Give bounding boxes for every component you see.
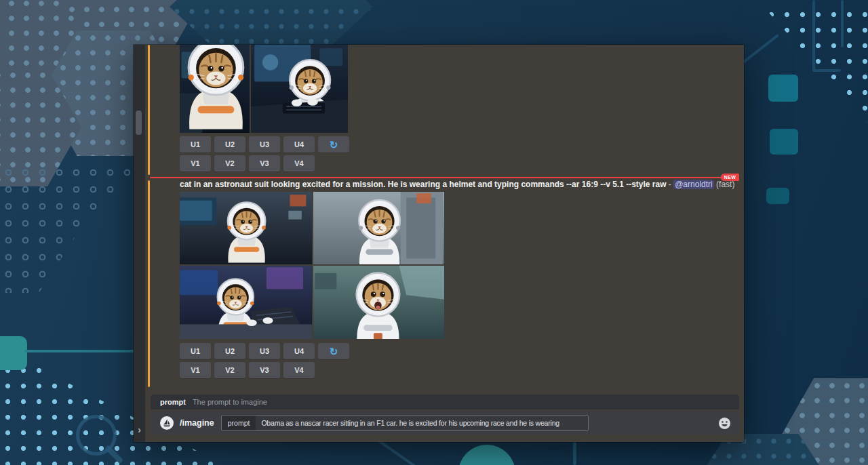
dot-pattern-topright (764, 7, 868, 123)
option-name: prompt (160, 398, 186, 406)
circuit-line (812, 69, 841, 72)
u3-button[interactable]: U3 (249, 136, 280, 153)
message1-upscale-row: U1 U2 U3 U4 ↻ (180, 136, 349, 153)
u4-button[interactable]: U4 (283, 136, 315, 153)
v1-button[interactable]: V1 (180, 362, 211, 378)
ring-dot-pattern (0, 164, 139, 293)
v4-button[interactable]: V4 (283, 362, 315, 378)
generated-image-closeup-cat[interactable] (180, 45, 250, 133)
message2-upscale-row: U1 U2 U3 U4 ↻ (180, 343, 349, 359)
generated-image-3[interactable] (180, 266, 312, 339)
reroll-button[interactable]: ↻ (318, 136, 349, 153)
prompt-param-label: prompt (222, 416, 256, 430)
imagine-command-label: /imagine (180, 418, 214, 428)
generated-image-cockpit-cat[interactable] (251, 45, 348, 133)
speed-mode-label: (fast) (714, 180, 735, 189)
reroll-icon: ↻ (330, 140, 338, 150)
circuit-line (378, 439, 426, 465)
user-mention[interactable]: @arnoldtri (673, 180, 714, 189)
u2-button[interactable]: U2 (214, 343, 245, 359)
teal-blob (458, 445, 515, 465)
message2-variation-row: V1 V2 V3 V4 (180, 362, 315, 378)
slash-option-popup[interactable]: prompt The prompt to imagine (151, 395, 739, 409)
u4-button[interactable]: U4 (283, 343, 315, 359)
circuit-line (573, 442, 576, 465)
u2-button[interactable]: U2 (214, 136, 245, 153)
v3-button[interactable]: V3 (249, 362, 280, 378)
emoji-picker-button[interactable] (718, 417, 731, 430)
u3-button[interactable]: U3 (249, 343, 280, 359)
discord-window: › U1 U2 U3 U4 ↻ V1 V2 (134, 45, 744, 442)
reroll-icon: ↻ (330, 346, 338, 357)
prompt-input-value[interactable]: Obama as a nascar racer sitting in an F1… (256, 419, 564, 427)
message-input-bar[interactable]: /imagine prompt Obama as a nascar racer … (151, 411, 739, 434)
circuit-line (743, 34, 779, 64)
prompt-input[interactable]: prompt Obama as a nascar racer sitting i… (221, 415, 589, 431)
unread-divider-line (150, 177, 722, 178)
generated-image-2[interactable] (313, 192, 444, 264)
collapsed-sidebar-rail: › (134, 45, 145, 442)
mention-highlight-bar (148, 45, 150, 175)
v4-button[interactable]: V4 (283, 155, 315, 171)
sailboat-icon (162, 418, 172, 428)
u1-button[interactable]: U1 (180, 343, 211, 359)
generated-image-1[interactable] (180, 192, 312, 264)
scrollbar-thumb[interactable] (136, 110, 142, 135)
circuit-line (812, 0, 815, 71)
generated-image-4[interactable] (313, 266, 444, 339)
option-description: The prompt to imagine (193, 398, 267, 406)
midjourney-bot-avatar (160, 416, 174, 430)
prompt-text: cat in an astronaut suit looking excited… (180, 180, 667, 189)
u1-button[interactable]: U1 (180, 136, 211, 153)
v2-button[interactable]: V2 (214, 155, 245, 171)
circuit-line (841, 0, 844, 47)
chevron-right-icon[interactable]: › (134, 424, 145, 435)
reroll-button[interactable]: ↻ (318, 343, 349, 359)
dash: - (667, 180, 674, 189)
teal-node (0, 336, 27, 370)
teal-square (770, 129, 798, 155)
v2-button[interactable]: V2 (214, 362, 245, 378)
v3-button[interactable]: V3 (249, 155, 280, 171)
message1-variation-row: V1 V2 V3 V4 (180, 155, 315, 171)
teal-square (766, 188, 789, 204)
message2-image-grid (180, 192, 444, 339)
v1-button[interactable]: V1 (180, 155, 211, 171)
message2-prompt-text: cat in an astronaut suit looking excited… (180, 180, 734, 189)
teal-square (768, 75, 798, 102)
mention-highlight-bar (148, 180, 150, 387)
message1-image-pair (180, 45, 348, 133)
